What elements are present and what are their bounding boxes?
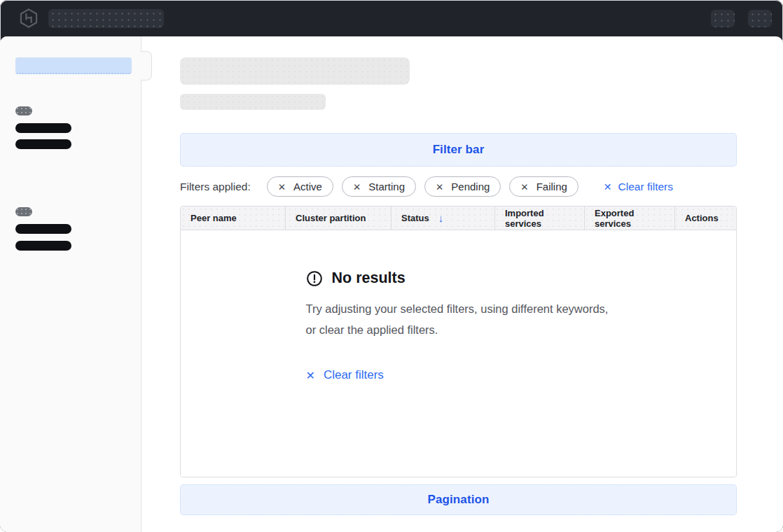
peers-table: Peer name Cluster partition Status ↓ Imp… bbox=[180, 206, 737, 477]
page-title-placeholder bbox=[180, 57, 410, 85]
app-window: Filter bar Filters applied: ✕ Active ✕ S… bbox=[0, 0, 783, 532]
filter-pill-label: Starting bbox=[368, 181, 405, 192]
filter-bar-label: Filter bar bbox=[433, 143, 485, 157]
sidebar-section-badge bbox=[15, 207, 32, 216]
content-panel: Filter bar Filters applied: ✕ Active ✕ S… bbox=[0, 36, 783, 532]
column-header-label: Actions bbox=[685, 213, 719, 223]
column-header-cluster-partition[interactable]: Cluster partition bbox=[285, 206, 391, 230]
close-icon: ✕ bbox=[306, 369, 315, 382]
column-header-peer-name[interactable]: Peer name bbox=[181, 206, 285, 230]
user-menu-placeholder[interactable] bbox=[748, 10, 772, 27]
empty-state-header: No results bbox=[306, 270, 611, 287]
table-body: No results Try adjusting your selected f… bbox=[181, 230, 736, 477]
search-placeholder[interactable] bbox=[48, 9, 164, 28]
filter-bar-slot: Filter bar bbox=[180, 133, 737, 167]
column-header-actions: Actions bbox=[674, 206, 736, 230]
column-header-exported-services[interactable]: Exported services bbox=[584, 206, 674, 230]
column-header-status[interactable]: Status ↓ bbox=[391, 206, 494, 230]
close-icon: ✕ bbox=[604, 181, 612, 192]
clear-filters-link[interactable]: ✕ Clear filters bbox=[604, 181, 673, 193]
page-subtitle-placeholder bbox=[180, 94, 326, 110]
main-area: Filter bar Filters applied: ✕ Active ✕ S… bbox=[141, 36, 783, 532]
column-header-label: Status bbox=[401, 213, 429, 223]
empty-state: No results Try adjusting your selected f… bbox=[306, 230, 611, 477]
empty-state-clear-filters-link[interactable]: ✕ Clear filters bbox=[306, 368, 384, 382]
sidebar-section-badge bbox=[15, 106, 32, 115]
filter-pill-label: Pending bbox=[451, 181, 490, 192]
alert-circle-icon bbox=[306, 270, 323, 287]
filter-pill-active[interactable]: ✕ Active bbox=[267, 176, 333, 197]
hashicorp-logo-icon bbox=[18, 8, 39, 29]
clear-filters-label: Clear filters bbox=[618, 181, 673, 193]
empty-state-description: Try adjusting your selected filters, usi… bbox=[306, 299, 611, 340]
sidebar-collapse-handle[interactable] bbox=[141, 51, 152, 80]
sidebar-item[interactable] bbox=[15, 123, 71, 133]
sidebar bbox=[0, 36, 141, 532]
close-icon: ✕ bbox=[436, 181, 443, 192]
table-header-row: Peer name Cluster partition Status ↓ Imp… bbox=[181, 206, 736, 230]
sidebar-item-selected[interactable] bbox=[15, 57, 132, 74]
column-header-label: Exported services bbox=[595, 208, 665, 229]
help-button-placeholder[interactable] bbox=[711, 10, 735, 27]
column-header-label: Peer name bbox=[190, 213, 237, 223]
pagination-label: Pagination bbox=[428, 493, 490, 507]
empty-state-clear-filters-label: Clear filters bbox=[324, 368, 384, 382]
empty-state-title: No results bbox=[332, 270, 406, 287]
applied-filters-row: Filters applied: ✕ Active ✕ Starting ✕ P… bbox=[180, 176, 737, 197]
filter-pill-label: Failing bbox=[536, 181, 567, 192]
close-icon: ✕ bbox=[278, 181, 286, 192]
filter-pill-pending[interactable]: ✕ Pending bbox=[424, 176, 501, 197]
filters-applied-label: Filters applied: bbox=[180, 181, 251, 193]
sidebar-item[interactable] bbox=[15, 241, 71, 251]
close-icon: ✕ bbox=[353, 181, 361, 192]
filter-pill-label: Active bbox=[293, 181, 322, 192]
column-header-label: Cluster partition bbox=[296, 213, 366, 223]
filter-pill-starting[interactable]: ✕ Starting bbox=[342, 176, 416, 197]
column-header-label: Imported services bbox=[505, 208, 574, 229]
column-header-imported-services[interactable]: Imported services bbox=[494, 206, 584, 230]
close-icon: ✕ bbox=[520, 181, 528, 192]
pagination-slot: Pagination bbox=[180, 484, 737, 515]
sidebar-item[interactable] bbox=[15, 224, 71, 234]
sort-descending-icon[interactable]: ↓ bbox=[438, 212, 444, 224]
top-nav-bar bbox=[0, 0, 783, 36]
screenshot: Filter bar Filters applied: ✕ Active ✕ S… bbox=[0, 0, 783, 532]
filter-pill-failing[interactable]: ✕ Failing bbox=[509, 176, 578, 197]
sidebar-item[interactable] bbox=[15, 139, 71, 149]
